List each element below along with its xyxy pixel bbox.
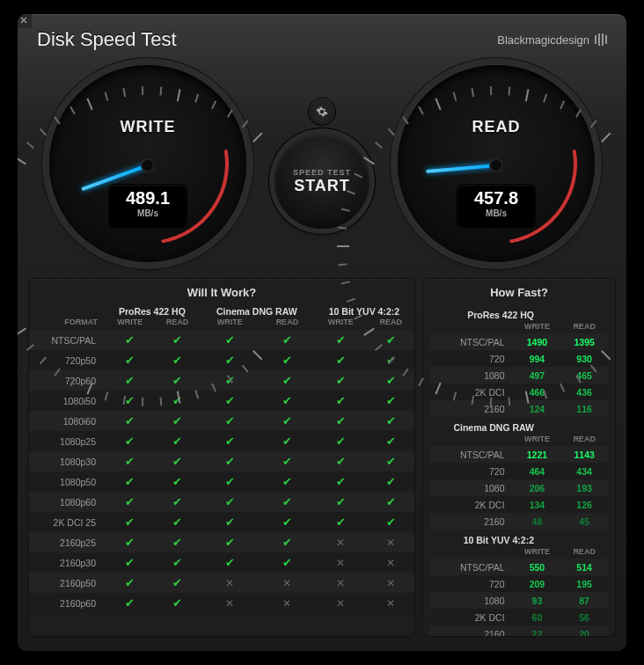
format-label: 2K DCI (430, 496, 514, 513)
table-row: 720 209 195 (430, 575, 608, 592)
write-fps: 1490 (514, 333, 561, 350)
read-fps: 195 (560, 575, 608, 592)
check-icon: ✔ (282, 455, 292, 468)
table-row: 2160p30✔✔✔✔✕✕ (29, 552, 414, 573)
cross-icon: ✕ (386, 577, 395, 589)
cross-icon: ✕ (225, 577, 234, 589)
check-icon: ✔ (225, 354, 235, 367)
start-label: START (294, 177, 350, 195)
check-icon: ✔ (125, 556, 135, 569)
cross-icon: ✕ (225, 597, 234, 610)
check-icon: ✔ (386, 374, 396, 387)
read-fps: 20 (560, 625, 608, 637)
format-label: 1080 (430, 592, 514, 609)
write-fps: 550 (514, 559, 561, 575)
table-row: 2160 22 20 (430, 625, 608, 637)
gear-icon (316, 106, 328, 118)
check-icon: ✔ (336, 435, 346, 448)
right-panel-title: How Fast? (423, 279, 615, 304)
close-button[interactable] (18, 14, 32, 28)
check-icon: ✔ (282, 536, 292, 549)
check-icon: ✔ (125, 596, 135, 610)
table-row: 1080 497 465 (430, 367, 608, 384)
table-row: 1080 206 193 (430, 479, 608, 496)
format-label: 1080p60 (29, 492, 105, 512)
check-icon: ✔ (172, 354, 182, 367)
check-icon: ✔ (125, 435, 135, 448)
table-row: 1080p60✔✔✔✔✔✔ (29, 492, 414, 512)
write-fps: 60 (514, 609, 561, 625)
check-icon: ✔ (282, 374, 292, 387)
write-fps: 464 (514, 463, 561, 479)
check-icon: ✔ (282, 475, 292, 488)
check-icon: ✔ (282, 515, 292, 529)
cross-icon: ✕ (282, 597, 291, 610)
format-header: FORMAT (29, 318, 105, 330)
read-fps: 514 (560, 559, 608, 575)
read-readout: 457.8 MB/s (457, 185, 535, 227)
format-label: 1080 (430, 479, 514, 496)
write-readout: 489.1 MB/s (109, 185, 187, 227)
table-row: 720 464 434 (430, 463, 608, 479)
cross-icon: ✕ (386, 557, 395, 569)
format-label: 2160p60 (29, 593, 105, 613)
check-icon: ✔ (336, 495, 346, 508)
write-fps: 124 (514, 400, 561, 417)
format-label: 720 (430, 350, 514, 367)
read-fps: 87 (560, 592, 608, 609)
check-icon: ✔ (282, 435, 292, 448)
check-icon: ✔ (225, 333, 235, 347)
check-icon: ✔ (225, 455, 235, 468)
format-label: 2K DCI 25 (29, 512, 105, 532)
format-label: 1080i60 (29, 411, 105, 431)
table-row: NTSC/PAL 1221 1143 (430, 446, 608, 463)
write-fps: 466 (514, 384, 561, 400)
settings-button[interactable] (309, 99, 335, 125)
check-icon: ✔ (225, 475, 235, 488)
check-icon: ✔ (172, 475, 182, 488)
cross-icon: ✕ (282, 577, 291, 589)
section-title: ProRes 422 HQ (430, 304, 608, 322)
check-icon: ✔ (172, 495, 182, 508)
check-icon: ✔ (125, 495, 135, 508)
read-fps: 56 (560, 609, 608, 625)
format-label: 2K DCI (430, 609, 514, 625)
write-fps: 134 (514, 496, 561, 513)
format-label: 2160 (430, 513, 514, 530)
read-fps: 193 (560, 479, 608, 496)
table-row: 2K DCI 134 126 (430, 496, 608, 513)
read-fps: 930 (560, 350, 608, 367)
check-icon: ✔ (125, 455, 135, 468)
check-icon: ✔ (336, 354, 346, 367)
table-row: 2K DCI 25✔✔✔✔✔✔ (29, 512, 414, 532)
format-label: 720 (430, 463, 514, 479)
check-icon: ✔ (125, 536, 135, 549)
check-icon: ✔ (225, 394, 235, 407)
write-fps: 497 (514, 367, 561, 384)
check-icon: ✔ (336, 333, 346, 347)
check-icon: ✔ (282, 333, 292, 347)
table-row: 2160 124 116 (430, 400, 608, 417)
section-title: Cinema DNG RAW (430, 417, 608, 435)
check-icon: ✔ (225, 414, 235, 428)
app-window: Disk Speed Test Blackmagicdesign WRITE 4… (18, 14, 626, 651)
how-fast-panel: How Fast? ProRes 422 HQWRITEREADNTSC/PAL… (422, 278, 616, 637)
write-gauge: WRITE 489.1 MB/s (49, 65, 246, 262)
check-icon: ✔ (225, 515, 235, 529)
read-fps: 1143 (560, 446, 608, 463)
write-gauge-label: WRITE (60, 118, 236, 136)
write-fps: 93 (514, 592, 561, 609)
table-row: 1080p30✔✔✔✔✔✔ (29, 451, 414, 471)
check-icon: ✔ (386, 435, 396, 448)
write-unit: MB/s (109, 208, 187, 218)
format-label: NTSC/PAL (430, 559, 514, 575)
start-button[interactable]: SPEED TEST START (274, 134, 370, 229)
format-label: NTSC/PAL (29, 330, 105, 350)
cross-icon: ✕ (336, 537, 345, 549)
read-value: 457.8 (457, 185, 535, 208)
check-icon: ✔ (386, 495, 396, 508)
format-label: 720 (430, 575, 514, 592)
read-fps: 126 (560, 496, 608, 513)
check-icon: ✔ (282, 556, 292, 569)
brand-icon (595, 33, 607, 46)
